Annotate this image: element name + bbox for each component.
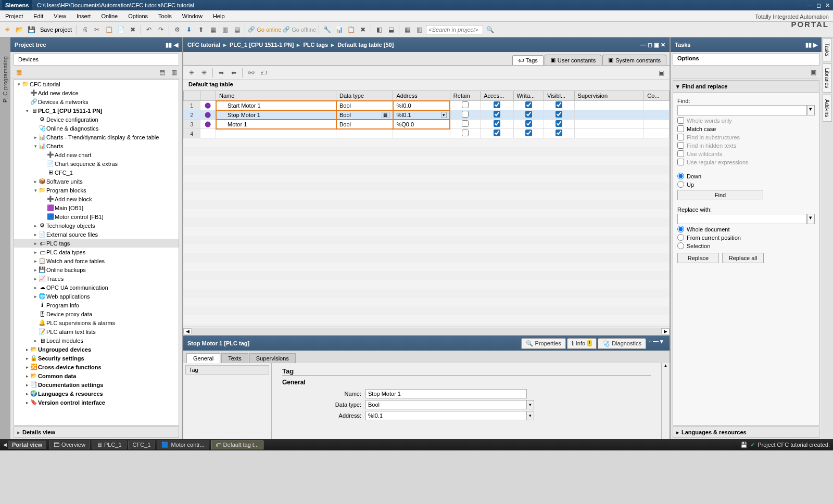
tree-item[interactable]: 🩺Online & diagnostics	[14, 124, 179, 133]
tree-item[interactable]: ▸📦Software units	[14, 177, 179, 186]
delete-icon[interactable]: ✖	[128, 24, 138, 35]
accessible-checkbox[interactable]	[494, 111, 500, 118]
copy-icon[interactable]: 📋	[104, 24, 114, 35]
tool-icon-8[interactable]: ▦	[402, 24, 412, 35]
tasks-pin-icon[interactable]: ▮▮ ▶	[805, 42, 817, 48]
split-h-icon[interactable]: ◧	[374, 24, 384, 35]
tree-item[interactable]: ▸📊Charts - Trend/dynamic display & force…	[14, 133, 179, 141]
tool-icon-5[interactable]: 📊	[334, 24, 344, 35]
menu-project[interactable]: Project	[0, 10, 28, 21]
taskbar-button[interactable]: 🏷Default tag t...	[211, 441, 263, 449]
table-row[interactable]: 3⬤Motor 1Bool%Q0.0	[184, 120, 670, 129]
writable-checkbox[interactable]	[525, 101, 532, 108]
tree-item[interactable]: 📄Chart sequence & extras	[14, 159, 179, 168]
tree-item[interactable]: ⊞CFC_1	[14, 168, 179, 177]
tree-item[interactable]: 🔗Devices & networks	[14, 97, 179, 106]
menu-help[interactable]: Help	[208, 10, 230, 21]
tab-diagnostics[interactable]: 🩺 Diagnostics	[598, 338, 646, 349]
tree-item[interactable]: ▸🏷PLC tags	[14, 239, 179, 248]
field-type-input[interactable]	[365, 400, 527, 409]
tasks-options-tab[interactable]: Options	[673, 53, 819, 66]
tool-icon-7[interactable]: ✖	[358, 24, 368, 35]
editor-tool-6-icon[interactable]: 🏷	[258, 68, 269, 78]
tree-item[interactable]: ▸📂Ungrouped devices	[14, 345, 179, 354]
vtab-tasks[interactable]: Tasks	[823, 38, 832, 61]
project-tree[interactable]: ▾📁CFC tutorial➕Add new device🔗Devices & …	[14, 79, 179, 425]
visible-checkbox[interactable]	[556, 111, 562, 118]
field-addr-input[interactable]	[365, 411, 527, 420]
up-radio[interactable]	[677, 181, 684, 188]
scroll-right-icon[interactable]: ▶	[661, 328, 670, 334]
scroll-left-icon[interactable]: ◀	[183, 328, 192, 334]
tool-icon-2[interactable]: ▥	[220, 24, 230, 35]
tree-item[interactable]: 🗄Device proxy data	[14, 309, 179, 318]
editor-min-icon[interactable]: —	[640, 42, 646, 48]
find-sub-checkbox[interactable]	[677, 134, 684, 140]
tree-item[interactable]: ▸📑Documentation settings	[14, 380, 179, 389]
inspector-nav[interactable]: Tag	[183, 363, 272, 439]
writable-checkbox[interactable]	[525, 111, 532, 118]
tree-item[interactable]: ▸📈Traces	[14, 274, 179, 283]
search-go-icon[interactable]: 🔍	[485, 24, 495, 35]
tree-item[interactable]: ▸🔀Cross-device functions	[14, 363, 179, 371]
tool-icon-3[interactable]: ▤	[232, 24, 242, 35]
find-input[interactable]	[677, 105, 807, 115]
collapse-panel-icon[interactable]: ▮▮	[166, 42, 172, 48]
table-row[interactable]: 2⬤Stop Motor 1Bool ▦%I0.1 ▾	[184, 110, 670, 120]
field-type-dropdown-icon[interactable]: ▾	[527, 400, 534, 409]
tree-item[interactable]: ▸📋Watch and force tables	[14, 256, 179, 265]
field-addr-dropdown-icon[interactable]: ▾	[527, 411, 534, 420]
menu-options[interactable]: Options	[123, 10, 153, 21]
upload-icon[interactable]: ⬆	[196, 24, 206, 35]
breadcrumb-segment[interactable]: PLC_1 [CPU 1511-1 PN]	[230, 42, 294, 48]
close-icon[interactable]: ✕	[824, 2, 831, 9]
tree-item[interactable]: 🟪Main [OB1]	[14, 203, 179, 212]
regex-checkbox[interactable]	[677, 159, 684, 165]
undo-icon[interactable]: ↶	[144, 24, 154, 35]
editor-tool-5-icon[interactable]: 👓	[246, 68, 256, 78]
accessible-checkbox[interactable]	[494, 101, 500, 108]
find-dropdown-icon[interactable]: ▾	[807, 105, 815, 115]
tree-item[interactable]: ▸⚙Technology objects	[14, 221, 179, 230]
menu-window[interactable]: Window	[177, 10, 208, 21]
plc-programming-tab[interactable]: PLC programming	[2, 53, 8, 106]
tool-icon-1[interactable]: ▦	[208, 24, 218, 35]
tree-item[interactable]: ▸🔖Version control interface	[14, 398, 179, 407]
tree-item[interactable]: ▸🖥Local modules	[14, 336, 179, 345]
minimize-icon[interactable]: —	[806, 2, 813, 9]
replace-dropdown-icon[interactable]: ▾	[807, 214, 815, 224]
menu-insert[interactable]: Insert	[71, 10, 96, 21]
accessible-checkbox[interactable]	[494, 120, 500, 127]
tree-item[interactable]: ▾📊Charts	[14, 141, 179, 150]
wildcards-checkbox[interactable]	[677, 150, 684, 157]
devices-tab[interactable]: Devices	[14, 53, 179, 66]
tab-system-constants[interactable]: ▣ System constants	[602, 55, 666, 65]
editor-restore-icon[interactable]: ▣	[654, 42, 659, 48]
maximize-icon[interactable]: ◻	[815, 2, 822, 9]
editor-max-icon[interactable]: ◻	[648, 42, 652, 48]
replace-button[interactable]: Replace	[677, 253, 719, 263]
pin-icon[interactable]: ◀	[174, 42, 178, 48]
selection-radio[interactable]	[677, 242, 684, 249]
breadcrumb-segment[interactable]: Default tag table [50]	[337, 42, 394, 48]
open-project-icon[interactable]: 📂	[14, 24, 24, 35]
menu-online[interactable]: Online	[96, 10, 123, 21]
insp-tab-general[interactable]: General	[186, 353, 220, 363]
tree-item[interactable]: ▸🗃PLC data types	[14, 248, 179, 256]
compile-icon[interactable]: ⚙	[172, 24, 182, 35]
redo-icon[interactable]: ↷	[156, 24, 166, 35]
match-case-checkbox[interactable]	[677, 125, 684, 132]
replace-all-button[interactable]: Replace all	[722, 253, 764, 263]
tree-item[interactable]: ▸☁OPC UA communication	[14, 283, 179, 292]
retain-checkbox[interactable]	[462, 111, 469, 118]
whole-words-checkbox[interactable]	[677, 117, 684, 124]
find-replace-header[interactable]: ▾Find and replace	[673, 80, 819, 93]
details-view-bar[interactable]: Details view	[14, 427, 179, 438]
tree-item[interactable]: ➕Add new chart	[14, 150, 179, 159]
tab-info[interactable]: ℹ Info !	[567, 338, 597, 349]
menu-view[interactable]: View	[48, 10, 71, 21]
editor-tool-1-icon[interactable]: ✳	[186, 68, 197, 78]
tasks-tool-icon[interactable]: ▣	[808, 67, 818, 77]
download-icon[interactable]: ⬇	[184, 24, 194, 35]
retain-checkbox[interactable]	[462, 101, 469, 108]
